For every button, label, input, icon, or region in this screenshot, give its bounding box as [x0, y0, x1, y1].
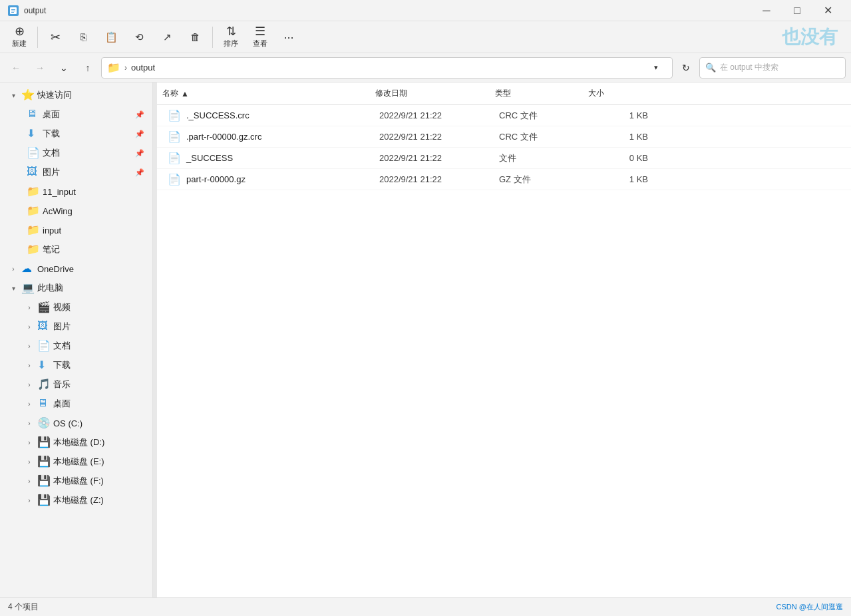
file-date-2: 2022/9/21 21:22: [379, 153, 499, 163]
address-input[interactable]: 📁 › output ▾: [101, 57, 673, 78]
sidebar-item-music[interactable]: › 🎵 音乐: [3, 375, 150, 394]
sidebar-item-input[interactable]: 📁 input: [3, 221, 150, 239]
sidebar-item-local-z[interactable]: › 💾 本地磁盘 (Z:): [3, 491, 150, 510]
back-button[interactable]: ←: [5, 57, 27, 78]
this-pc-label: 此电脑: [37, 282, 144, 294]
sidebar-item-desktop[interactable]: 🖥 桌面 📌: [3, 105, 150, 124]
col-size-label: 大小: [588, 88, 604, 99]
sidebar-item-desktop2[interactable]: › 🖥 桌面: [3, 394, 150, 413]
sidebar-item-onedrive[interactable]: › ☁ OneDrive: [3, 259, 150, 278]
sidebar-item-this-pc[interactable]: ▾ 💻 此电脑: [3, 279, 150, 297]
table-row[interactable]: 📄 ._SUCCESS.crc 2022/9/21 21:22 CRC 文件 1…: [157, 105, 851, 126]
window-title: output: [24, 6, 751, 15]
sidebar-item-documents2[interactable]: › 📄 文档: [3, 337, 150, 355]
forward-button[interactable]: →: [29, 57, 51, 78]
maximize-button[interactable]: □: [782, 0, 812, 21]
local-d-icon: 💾: [37, 436, 51, 449]
refresh-button[interactable]: ↻: [675, 57, 697, 78]
sidebar-item-documents[interactable]: 📄 文档 📌: [3, 144, 150, 162]
address-path-text: output: [131, 63, 155, 73]
sidebar-item-downloads2[interactable]: › ⬇ 下载: [3, 356, 150, 375]
more-button[interactable]: ···: [275, 29, 302, 46]
cut-button[interactable]: ✂: [42, 29, 69, 46]
view-icon: ☰: [255, 25, 265, 37]
copy-button[interactable]: ⎘: [70, 29, 96, 45]
rename-icon: ⟲: [135, 32, 144, 42]
paste-button[interactable]: 📋: [98, 29, 124, 45]
title-bar: output ─ □ ✕: [0, 0, 851, 21]
os-c-expand-icon: ›: [24, 418, 35, 428]
col-header-name[interactable]: 名称 ▲: [157, 85, 370, 102]
file-name-0: ._SUCCESS.crc: [186, 110, 379, 120]
share-icon: ↗: [163, 32, 172, 42]
toolbar-separator-2: [212, 27, 213, 48]
share-button[interactable]: ↗: [154, 29, 180, 45]
table-row[interactable]: 📄 _SUCCESS 2022/9/21 21:22 文件 0 KB: [157, 148, 851, 169]
sidebar-item-local-f[interactable]: › 💾 本地磁盘 (F:): [3, 472, 150, 490]
col-header-type[interactable]: 类型: [490, 85, 583, 102]
sidebar-item-local-d[interactable]: › 💾 本地磁盘 (D:): [3, 433, 150, 452]
sidebar-item-videos[interactable]: › 🎬 视频: [3, 298, 150, 317]
sidebar-item-pictures2[interactable]: › 🖼 图片: [3, 317, 150, 336]
rename-button[interactable]: ⟲: [126, 29, 152, 45]
search-icon: 🔍: [705, 63, 716, 73]
file-type-2: 文件: [499, 152, 592, 164]
table-row[interactable]: 📄 part-r-00000.gz 2022/9/21 21:22 GZ 文件 …: [157, 169, 851, 190]
documents2-icon: 📄: [37, 339, 51, 353]
col-header-date[interactable]: 修改日期: [370, 85, 490, 102]
new-button[interactable]: ⊕ 新建: [5, 23, 33, 51]
view-button[interactable]: ☰ 查看: [246, 23, 274, 51]
music-expand-icon: ›: [24, 379, 35, 390]
delete-button[interactable]: 🗑: [182, 29, 208, 45]
local-e-label: 本地磁盘 (E:): [53, 456, 144, 468]
file-type-1: CRC 文件: [499, 131, 592, 143]
file-size-1: 1 KB: [592, 132, 659, 142]
table-row[interactable]: 📄 .part-r-00000.gz.crc 2022/9/21 21:22 C…: [157, 126, 851, 148]
col-sort-arrow: ▲: [181, 89, 189, 98]
videos-label: 视频: [53, 301, 144, 313]
documents2-label: 文档: [53, 340, 144, 352]
col-date-label: 修改日期: [375, 88, 407, 99]
sort-label: 排序: [224, 39, 238, 49]
pictures-label: 图片: [43, 166, 135, 178]
address-dropdown-button[interactable]: ▾: [645, 57, 667, 78]
folder-acwing-label: AcWing: [43, 206, 144, 216]
sidebar-item-11input[interactable]: 📁 11_input: [3, 182, 150, 201]
search-box[interactable]: 🔍 在 output 中搜索: [699, 57, 846, 78]
toolbar: ⊕ 新建 ✂ ⎘ 📋 ⟲ ↗ 🗑 ⇅ 排序 ☰ 查看 ··· 也没有: [0, 21, 851, 53]
pin-icon-2: 📌: [135, 130, 144, 138]
cut-icon: ✂: [51, 31, 61, 43]
local-e-icon: 💾: [37, 455, 51, 468]
sidebar-item-acwing[interactable]: 📁 AcWing: [3, 202, 150, 220]
downloads-label: 下载: [43, 128, 135, 140]
file-name-3: part-r-00000.gz: [186, 174, 379, 184]
file-icon-3: 📄: [168, 173, 181, 186]
pin-icon-4: 📌: [135, 168, 144, 177]
sidebar-item-downloads[interactable]: ⬇ 下载 📌: [3, 124, 150, 143]
new-label: 新建: [12, 39, 27, 49]
videos-expand-icon: ›: [24, 302, 35, 313]
window-icon: [8, 5, 19, 16]
col-name-label: 名称: [162, 88, 178, 99]
desktop2-label: 桌面: [53, 398, 144, 410]
sidebar-item-notes[interactable]: 📁 笔记: [3, 240, 150, 259]
folder-notes-label: 笔记: [43, 243, 144, 255]
file-size-0: 1 KB: [592, 110, 659, 120]
local-f-icon: 💾: [37, 474, 51, 488]
up-button[interactable]: ↑: [77, 57, 98, 78]
quick-access-label: 快速访问: [37, 89, 144, 101]
close-button[interactable]: ✕: [812, 0, 843, 21]
sidebar-item-local-e[interactable]: › 💾 本地磁盘 (E:): [3, 452, 150, 471]
sidebar-item-os-c[interactable]: › 💿 OS (C:): [3, 414, 150, 432]
content-area: 名称 ▲ 修改日期 类型 大小 📄 ._SUCCESS.crc 2022/9/2…: [157, 82, 851, 597]
col-header-size[interactable]: 大小: [583, 85, 649, 102]
sort-button[interactable]: ⇅ 排序: [217, 23, 245, 51]
sidebar-item-quick-access[interactable]: ▾ ⭐ 快速访问: [3, 86, 150, 104]
expand-recent-button[interactable]: ⌄: [53, 57, 75, 78]
minimize-button[interactable]: ─: [751, 0, 782, 21]
documents-icon: 📄: [27, 146, 40, 160]
quick-access-icon: ⭐: [21, 88, 35, 102]
sidebar-item-pictures[interactable]: 🖼 图片 📌: [3, 163, 150, 182]
documents2-expand-icon: ›: [24, 341, 35, 351]
downloads2-expand-icon: ›: [24, 360, 35, 371]
